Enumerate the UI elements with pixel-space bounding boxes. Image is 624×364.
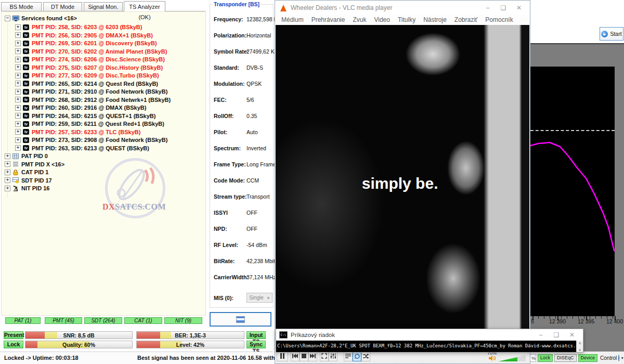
tree-service-item[interactable]: +tvPMT PID: 260, SID: 2916 @ DMAX (BSkyB… xyxy=(15,103,146,111)
expand-icon[interactable]: + xyxy=(15,73,21,79)
minimize-button[interactable]: – xyxy=(480,1,496,15)
field-label: RollOff: xyxy=(214,113,234,119)
pid-button-sdt[interactable]: SDT (264) xyxy=(84,317,122,324)
globe-icon[interactable] xyxy=(618,355,619,361)
expand-icon[interactable]: + xyxy=(15,64,21,70)
expand-icon[interactable]: − xyxy=(5,16,10,21)
expand-icon[interactable]: + xyxy=(15,145,21,151)
tab-bs-mode[interactable]: BS Mode xyxy=(1,2,42,11)
tree-item-nit[interactable]: +NIT PID 16 xyxy=(5,184,49,192)
input-ts-button[interactable]: Input TS xyxy=(246,331,266,339)
close-button[interactable]: ✕ xyxy=(511,1,527,15)
axis-tick-label: 5 xyxy=(531,318,534,324)
console-output[interactable]: C:\Users\Roman>A2F-28,2°E_UK SPOT BEAM_f… xyxy=(276,341,576,352)
tab-signal-mon-[interactable]: Signal Mon. xyxy=(84,2,123,11)
spectrum-toolbar: ▶ Start xyxy=(528,0,624,43)
maximize-button[interactable]: ❑ xyxy=(496,1,511,15)
expand-icon[interactable]: + xyxy=(15,48,21,54)
volume-slider[interactable] xyxy=(499,355,526,361)
menu-nstroje[interactable]: Nástroje xyxy=(423,15,447,25)
expand-icon[interactable]: + xyxy=(15,121,21,127)
tree-service-item[interactable]: +tvPMT PID: 257, SID: 6233 @ TLC (BSkyB) xyxy=(15,128,140,136)
expand-icon[interactable]: + xyxy=(5,161,10,167)
vlc-cone-icon xyxy=(280,5,287,11)
axis-tick xyxy=(595,316,596,319)
expand-icon[interactable]: + xyxy=(5,153,10,159)
scroll-down-icon[interactable]: ∨ xyxy=(578,347,581,352)
tab-dt-mode[interactable]: DT Mode xyxy=(43,2,82,11)
menu-zobrazi[interactable]: Zobraziť xyxy=(454,15,478,25)
close-button[interactable]: ✕ xyxy=(564,330,580,340)
start-button[interactable]: ▶ Start xyxy=(600,27,623,41)
tree-item-sdt[interactable]: +SDT PID 17 xyxy=(5,176,52,184)
expand-icon[interactable]: + xyxy=(15,81,21,86)
tree-service-item[interactable]: +tvPMT PID: 274, SID: 6206 @ Disc.Scienc… xyxy=(15,55,165,63)
mis-dropdown[interactable]: Single▼ xyxy=(246,293,272,303)
console-scrollbar[interactable]: ∧ ∨ xyxy=(576,341,583,352)
scroll-up-icon[interactable]: ∧ xyxy=(578,341,581,345)
command-prompt-window: C:\ Príkazový riadok – ❑ ✕ C:\Users\Roma… xyxy=(276,329,583,353)
axis-tick-label: 12 395 xyxy=(578,318,594,324)
minimize-button[interactable]: – xyxy=(533,330,549,340)
transponder-row: Symbol Rate:27499,62 KS/s xyxy=(214,48,271,56)
tree-item-pmtx[interactable]: +PMT PID X <16> xyxy=(5,160,64,168)
expand-icon[interactable]: + xyxy=(15,129,21,135)
menu-zvuk[interactable]: Zvuk xyxy=(353,15,366,25)
tree-service-item[interactable]: +tvPMT PID: 258, SID: 6203 @ 6203 (BSkyB… xyxy=(15,23,142,31)
tree-item-cat[interactable]: +CAT PID 1 xyxy=(5,168,48,176)
menu-mdium[interactable]: Médium xyxy=(281,15,304,25)
expand-icon[interactable]: + xyxy=(15,97,21,102)
percent-field[interactable]: % xyxy=(530,354,536,362)
tree-service-item[interactable]: +tvPMT PID: 265, SID: 6214 @ Quest Red (… xyxy=(15,80,158,87)
view-split-button[interactable] xyxy=(210,312,271,327)
tree-service-item[interactable]: +tvPMT PID: 259, SID: 6211 @ Quest Red+1… xyxy=(15,120,164,127)
vlc-title-bar[interactable]: Wheeler Dealers - VLC media player – ❑ ✕ xyxy=(275,1,530,15)
menu-pomocnk[interactable]: Pomocník xyxy=(485,15,513,25)
tab-ts-analyzer-ok-[interactable]: TS Analyzer (OK) xyxy=(124,1,165,11)
sdt-icon xyxy=(12,177,19,183)
cmd-title-bar[interactable]: C:\ Príkazový riadok – ❑ ✕ xyxy=(276,329,583,341)
menu-prehrvanie[interactable]: Prehrávanie xyxy=(311,15,345,25)
tree-service-item[interactable]: +tvPMT PID: 273, SID: 2908 @ Food Networ… xyxy=(15,136,167,144)
transponder-title: Transponder [BS] xyxy=(212,1,261,7)
tree-service-item[interactable]: +tvPMT PID: 277, SID: 6209 @ Disc.Turbo … xyxy=(15,71,159,79)
chevron-down-icon[interactable]: ▼ xyxy=(620,356,624,360)
tree-service-item[interactable]: +tvPMT PID: 268, SID: 2912 @ Food Netwrk… xyxy=(15,96,171,103)
menu-titulky[interactable]: Titulky xyxy=(398,15,415,25)
expand-icon[interactable]: + xyxy=(5,186,10,191)
tree-service-item[interactable]: +tvPMT PID: 271, SID: 2910 @ Food Networ… xyxy=(15,87,167,95)
sync-ts-button[interactable]: Sync TS xyxy=(246,341,266,348)
diseqc-button[interactable]: DISEqC xyxy=(554,354,577,362)
pid-button-cat[interactable]: CAT (1) xyxy=(124,317,162,324)
maximize-button[interactable]: ❑ xyxy=(549,330,564,340)
expand-icon[interactable]: + xyxy=(5,177,10,183)
expand-icon[interactable]: + xyxy=(15,113,21,119)
pid-button-nit[interactable]: NIT (9) xyxy=(164,317,202,324)
expand-icon[interactable]: + xyxy=(15,89,21,95)
expand-icon[interactable]: + xyxy=(15,32,21,38)
tree-service-item[interactable]: +tvPMT PID: 263, SID: 6213 @ QUEST (BSky… xyxy=(15,144,149,152)
menu-video[interactable]: Video xyxy=(374,15,389,25)
tree-service-item[interactable]: +tvPMT PID: 269, SID: 6201 @ Discovery (… xyxy=(15,39,157,47)
pid-button-pmt[interactable]: PMT (45) xyxy=(45,317,82,324)
expand-icon[interactable]: + xyxy=(15,24,21,30)
speaker-icon[interactable] xyxy=(489,355,496,362)
lock-button[interactable]: Lock xyxy=(538,354,553,362)
transponder-row: RF Level:-54 dBm xyxy=(214,242,271,249)
vlc-video-area[interactable]: simply be. xyxy=(276,25,529,350)
expand-icon[interactable]: + xyxy=(5,170,10,175)
tree-service-item[interactable]: +tvPMT PID: 256, SID: 2905 @ DMAX+1 (BSk… xyxy=(15,31,153,39)
tree-service-item[interactable]: +tvPMT PID: 275, SID: 6207 @ Disc.Histor… xyxy=(15,63,163,71)
expand-icon[interactable]: + xyxy=(15,41,21,46)
device-button[interactable]: Device xyxy=(578,354,598,362)
expand-icon[interactable]: + xyxy=(15,137,21,143)
expand-icon[interactable]: + xyxy=(15,105,21,111)
equalizer-icon xyxy=(330,353,336,359)
pid-button-pat[interactable]: PAT (1) xyxy=(5,317,41,324)
tree-item-pat[interactable]: +PAT PID 0 xyxy=(5,152,48,160)
tree-service-item[interactable]: +tvPMT PID: 264, SID: 6215 @ QUEST+1 (BS… xyxy=(15,112,155,120)
tree-service-item[interactable]: +tvPMT PID: 270, SID: 6202 @ Animal Plan… xyxy=(15,47,167,55)
tree-root-services[interactable]: −Services found <16> xyxy=(5,14,77,22)
tree-item-label: PMT PID: 268, SID: 2912 @ Food Netwrk+1 … xyxy=(32,96,171,102)
expand-icon[interactable]: + xyxy=(15,57,21,62)
